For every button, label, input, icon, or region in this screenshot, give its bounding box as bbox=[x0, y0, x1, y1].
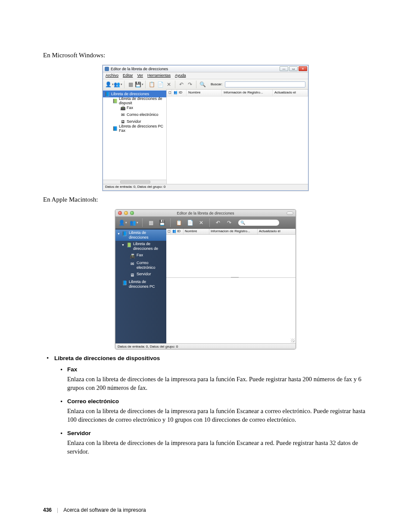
undo-icon[interactable]: ↶ bbox=[213, 218, 223, 227]
fax-icon: 📠 bbox=[129, 253, 135, 259]
copy-icon[interactable]: 📋 bbox=[174, 218, 184, 227]
bullet-heading-email: Correo electrónico bbox=[67, 398, 368, 404]
search-icon: 🔍 bbox=[240, 221, 245, 225]
email-icon: ✉ bbox=[120, 112, 125, 117]
save-icon[interactable]: 💾 bbox=[157, 218, 167, 227]
tree-device-label: Libreta de direcciones de disposit bbox=[119, 96, 166, 105]
tree-email[interactable]: ✉ Correo electrónico bbox=[103, 111, 166, 118]
col-nombre[interactable]: Nombre bbox=[184, 229, 209, 234]
col-group-icon[interactable]: 👥 bbox=[171, 229, 176, 234]
fax-icon: 📠 bbox=[120, 105, 125, 110]
new-group-icon[interactable]: 👥 bbox=[114, 81, 122, 88]
tree-fax-label: Fax bbox=[127, 106, 133, 110]
screenshot-mac: Editor de la libreta de direcciones 👤 👥 … bbox=[43, 209, 368, 349]
tree-pcfax[interactable]: 📘 Libreta de direcciones PC Fax bbox=[103, 125, 166, 132]
tree-panel: 📘 Libreta de direcciones 📗 Libreta de di… bbox=[103, 90, 167, 184]
redo-icon[interactable]: ↷ bbox=[186, 81, 194, 88]
undo-icon[interactable]: ↶ bbox=[177, 81, 185, 88]
list-lower-pane bbox=[166, 278, 296, 343]
footer-separator: | bbox=[57, 507, 58, 513]
minimize-button[interactable]: — bbox=[280, 66, 288, 71]
col-info[interactable]: Información de Registro... bbox=[222, 90, 273, 96]
intro-windows: En Microsoft Windows: bbox=[43, 52, 368, 59]
menu-herramientas[interactable]: Herramientas bbox=[147, 73, 171, 78]
tree-pcfax[interactable]: 📘 Libreta de direcciones PC bbox=[115, 279, 166, 290]
mac-titlebar: Editor de la libreta de direcciones bbox=[115, 210, 296, 217]
edit-icon[interactable]: ▦ bbox=[146, 218, 156, 227]
tree-scrollbar[interactable] bbox=[103, 180, 166, 184]
delete-icon[interactable]: ✕ bbox=[196, 218, 206, 227]
tree-fax[interactable]: 📠 Fax bbox=[103, 104, 166, 111]
paste-icon[interactable]: 📄 bbox=[156, 81, 164, 88]
tree-fax-label: Fax bbox=[137, 253, 143, 258]
close-button[interactable] bbox=[118, 211, 122, 215]
list-upper-pane bbox=[166, 235, 296, 278]
list-header: ◻ 👥 ID Nombre Información de Registro...… bbox=[167, 90, 308, 96]
col-info[interactable]: Información de Registro... bbox=[209, 229, 258, 234]
toolbar-toggle-button[interactable] bbox=[286, 212, 293, 215]
menu-ver[interactable]: Ver bbox=[137, 73, 143, 78]
resize-grip-icon[interactable] bbox=[291, 339, 295, 342]
device-icon: 📗 bbox=[112, 98, 118, 103]
menu-archivo[interactable]: Archivo bbox=[106, 73, 118, 78]
tree-root-label: Libreta de direcciones bbox=[111, 92, 149, 96]
menubar: Archivo Editar Ver Herramientas Ayuda bbox=[103, 72, 308, 79]
new-contact-icon[interactable]: 👤 bbox=[118, 218, 128, 227]
tree-server-label: Servidor bbox=[137, 272, 151, 277]
redo-icon[interactable]: ↷ bbox=[224, 218, 234, 227]
pcfax-icon: 📘 bbox=[112, 126, 118, 131]
menu-ayuda[interactable]: Ayuda bbox=[175, 73, 186, 78]
edit-icon[interactable]: ▦ bbox=[127, 81, 134, 88]
col-entry-icon[interactable]: ◻ bbox=[167, 90, 172, 96]
tree-email[interactable]: ✉ Correo electrónico bbox=[115, 260, 166, 271]
delete-icon[interactable]: ✕ bbox=[165, 81, 173, 88]
find-icon[interactable]: 🔍 bbox=[199, 81, 206, 88]
app-icon bbox=[105, 67, 109, 71]
screenshot-windows: Editor de la libreta de direcciones — ▭ … bbox=[43, 65, 368, 191]
toolbar: 👤 👥 ▦ 💾 📋 📄 ✕ ↶ ↷ 🔍 Buscar: bbox=[103, 79, 308, 90]
tree-device-label: Libreta de direcciones de bbox=[133, 242, 166, 251]
tree-root[interactable]: ▼ 📘 Libreta de direcciones bbox=[115, 230, 166, 241]
paste-icon[interactable]: 📄 bbox=[185, 218, 195, 227]
minimize-button[interactable] bbox=[124, 211, 128, 215]
tree-device[interactable]: ▼ 📗 Libreta de direcciones de bbox=[115, 241, 166, 252]
copy-icon[interactable]: 📋 bbox=[148, 81, 156, 88]
status-bar: Datos de entrada: 0, Datos del grupo: 0 bbox=[103, 184, 308, 190]
search-input[interactable] bbox=[225, 81, 305, 87]
disclosure-triangle-icon[interactable]: ▼ bbox=[121, 243, 125, 247]
device-icon: 📗 bbox=[126, 242, 132, 248]
disclosure-triangle-icon[interactable]: ▼ bbox=[117, 231, 120, 236]
save-icon[interactable]: 💾 bbox=[135, 81, 143, 88]
menu-editar[interactable]: Editar bbox=[123, 73, 133, 78]
bullet-heading-fax: Fax bbox=[67, 366, 368, 373]
search-input[interactable]: 🔍 bbox=[238, 220, 279, 226]
book-icon: 📘 bbox=[105, 91, 110, 96]
new-group-icon[interactable]: 👥 bbox=[129, 218, 139, 227]
search-label: Buscar: bbox=[211, 82, 222, 86]
tree-server[interactable]: 🖥 Servidor bbox=[115, 271, 166, 279]
close-button[interactable]: ✕ bbox=[299, 66, 307, 71]
maximize-button[interactable]: ▭ bbox=[289, 66, 298, 71]
bullet-heading-server: Servidor bbox=[67, 430, 368, 436]
col-group-icon[interactable]: 👥 bbox=[172, 90, 177, 96]
col-id[interactable]: ID bbox=[177, 90, 187, 96]
tree-server-label: Servidor bbox=[127, 119, 141, 124]
new-contact-icon[interactable]: 👤 bbox=[106, 81, 113, 88]
col-entry-icon[interactable]: ◻ bbox=[166, 229, 171, 234]
doc-bullets: Libreta de direcciones de dispositivos F… bbox=[43, 355, 368, 456]
toolbar: 👤 👥 ▦ 💾 📋 📄 ✕ ↶ ↷ 🔍 bbox=[115, 217, 296, 229]
window-title: Editor de la libreta de direcciones bbox=[177, 211, 234, 215]
win-titlebar: Editor de la libreta de direcciones — ▭ … bbox=[103, 65, 308, 72]
page-footer: 436 | Acerca del software de la impresor… bbox=[43, 507, 146, 513]
col-nombre[interactable]: Nombre bbox=[187, 90, 222, 96]
tree-device[interactable]: 📗 Libreta de direcciones de disposit bbox=[103, 97, 166, 104]
bullet-text-fax: Enlaza con la libreta de direcciones de … bbox=[67, 375, 368, 392]
tree-pcfax-label: Libreta de direcciones PC Fax bbox=[119, 124, 166, 133]
col-upd[interactable]: Actualizado el bbox=[258, 229, 296, 234]
col-upd[interactable]: Actualizado el bbox=[273, 90, 308, 96]
tree-fax[interactable]: 📠 Fax bbox=[115, 252, 166, 260]
zoom-button[interactable] bbox=[130, 211, 134, 215]
server-icon: 🖥 bbox=[129, 272, 135, 278]
list-panel: ◻ 👥 ID Nombre Información de Registro...… bbox=[167, 90, 308, 184]
col-id[interactable]: ID bbox=[176, 229, 184, 234]
